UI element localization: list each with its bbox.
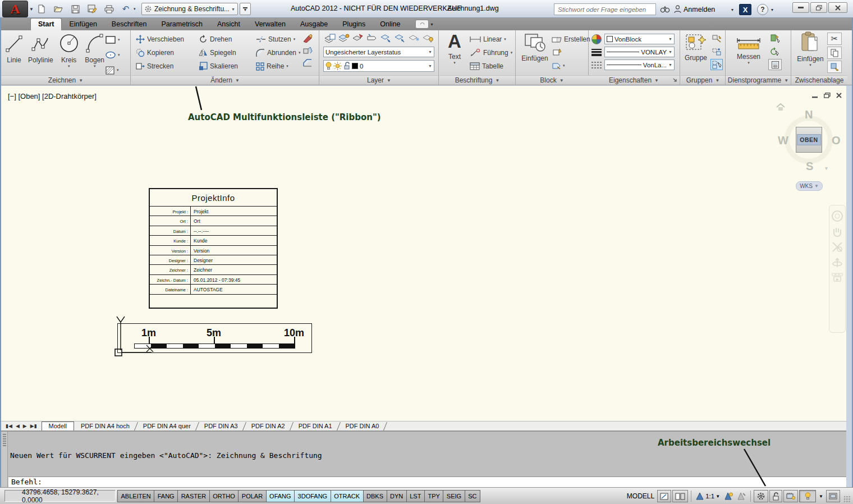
color-wheel-icon[interactable] — [591, 34, 602, 44]
toggle-raster[interactable]: RASTER — [178, 490, 210, 502]
panel-footer-zwischenablage[interactable]: Zwischenablage — [791, 75, 847, 85]
viewcube-west[interactable]: W — [778, 134, 788, 147]
toggle-ofang[interactable]: OFANG — [267, 490, 295, 502]
annotation-scale-button[interactable]: 1:1 ▼ — [694, 490, 722, 502]
ribbon-minimize-button[interactable]: ◠ — [415, 20, 429, 29]
tab-parametrisch[interactable]: Parametrisch — [154, 19, 210, 30]
command-window-grip[interactable] — [1, 432, 8, 487]
plot-button[interactable] — [102, 3, 116, 15]
layout-tab-icon-button[interactable] — [672, 490, 688, 502]
toggle-fang[interactable]: FANG — [154, 490, 178, 502]
toggle-dbks[interactable]: DBKS — [364, 490, 387, 502]
model-tab-icon-button[interactable] — [657, 490, 671, 502]
drawing-canvas[interactable]: [−] [Oben] [2D-Drahtkörper] AutoCAD Mult… — [1, 86, 846, 421]
viewport-close-icon[interactable] — [836, 93, 842, 98]
signin-caret-icon[interactable]: ▾ — [731, 7, 733, 12]
layer-dropdown[interactable]: 0 ▼ — [323, 60, 434, 72]
polyline-button[interactable]: Polylinie — [28, 33, 53, 68]
group-button[interactable]: Gruppe — [684, 33, 708, 62]
linetype-dropdown[interactable]: VonLa... ▼ — [604, 59, 675, 70]
toggle-polar[interactable]: POLAR — [239, 490, 266, 502]
save-button[interactable] — [68, 3, 82, 15]
group-selection-toggle-button[interactable] — [710, 59, 723, 70]
last-layout-button[interactable]: ▶▮ — [30, 423, 37, 429]
block-attributes-button[interactable]: ▾ — [552, 59, 590, 72]
rectangle-button[interactable]: ▾ — [106, 34, 120, 46]
help-caret-icon[interactable]: ▾ — [771, 7, 773, 12]
toggle-dyn[interactable]: DYN — [387, 490, 407, 502]
application-menu-button[interactable]: A — [2, 1, 28, 17]
layer-off-button[interactable] — [421, 33, 434, 44]
scale-button[interactable]: Skalieren — [199, 60, 238, 72]
panel-footer-beschriftung[interactable]: Beschriftung▼ — [439, 75, 515, 85]
lineweight-dropdown[interactable]: VONLAY ▼ — [604, 47, 675, 57]
explode-button[interactable] — [302, 46, 313, 55]
layout-tab-a1[interactable]: PDF DIN A1 — [292, 422, 339, 430]
fillet-button[interactable]: Abrunden▾ — [256, 47, 301, 59]
toggle-ableiten[interactable]: ABLEITEN — [117, 490, 154, 502]
copy-button[interactable]: Kopieren — [136, 47, 184, 59]
panel-footer-layer[interactable]: Layer▼ — [320, 75, 438, 85]
erase-button[interactable] — [302, 34, 313, 43]
search-button[interactable] — [658, 3, 672, 15]
home-icon[interactable] — [776, 103, 785, 111]
layout-tab-a4-quer[interactable]: PDF DIN A4 quer — [136, 422, 198, 430]
layer-state-button[interactable] — [365, 33, 378, 44]
panel-footer-aendern[interactable]: Ändern▼ — [131, 75, 319, 85]
command-window[interactable]: Neuen Wert für WSCURRENT eingeben <"Auto… — [1, 431, 846, 487]
dimension-linear-button[interactable]: Linear▾ — [470, 33, 512, 45]
layer-properties-button[interactable] — [323, 33, 336, 44]
paste-button[interactable]: Einfügen ▾ — [796, 31, 825, 67]
panel-footer-eigenschaften[interactable]: Eigenschaften▼ — [588, 75, 680, 85]
hardware-acceleration-button[interactable] — [783, 490, 798, 502]
object-color-dropdown[interactable]: VonBlock ▼ — [604, 34, 675, 44]
layout-tab-a3[interactable]: PDF DIN A3 — [198, 422, 245, 430]
arc-button[interactable]: Bogen ▾ — [85, 33, 105, 68]
wks-dropdown[interactable]: WKS ▼ — [796, 181, 823, 191]
block-create-button[interactable]: Erstellen — [552, 33, 590, 45]
panel-footer-gruppen[interactable]: Gruppen▼ — [681, 75, 725, 85]
minimize-button[interactable] — [792, 2, 809, 13]
tab-start[interactable]: Start — [30, 18, 62, 30]
tab-verwalten[interactable]: Verwalten — [247, 19, 293, 30]
lineweight-icon[interactable] — [591, 48, 602, 56]
layer-freeze-button[interactable] — [407, 33, 420, 44]
quick-select-button[interactable] — [768, 46, 782, 57]
annotation-visibility-button[interactable] — [723, 490, 735, 502]
layout-tab-modell[interactable]: Modell — [42, 421, 74, 430]
prev-layout-button[interactable]: ◀ — [16, 423, 20, 429]
command-input[interactable]: Befehl: — [8, 476, 846, 487]
ribbon-minimize-caret-icon[interactable]: ▾ — [430, 22, 433, 27]
open-button[interactable] — [52, 3, 65, 15]
exchange-apps-button[interactable]: X — [739, 4, 751, 15]
new-drawing-button[interactable] — [35, 3, 48, 15]
chamfer-button[interactable] — [302, 58, 313, 67]
navigation-bar[interactable] — [829, 205, 846, 333]
viewcube-south[interactable]: S — [806, 160, 813, 173]
resize-grip[interactable] — [843, 496, 851, 503]
status-menu-caret-icon[interactable]: ▼ — [817, 490, 825, 502]
ellipse-button[interactable]: ▾ — [106, 49, 120, 61]
viewport-minimize-icon[interactable] — [812, 93, 818, 98]
linetype-icon[interactable] — [591, 61, 602, 69]
trim-button[interactable]: Stutzen▾ — [256, 33, 301, 45]
viewport-controls[interactable]: [−] [Oben] [2D-Drahtkörper] — [8, 92, 97, 100]
text-button[interactable]: A Text ▾ — [444, 31, 465, 65]
tab-online[interactable]: Online — [373, 19, 407, 30]
model-space-button[interactable]: MODELL — [625, 490, 656, 502]
tab-einfuegen[interactable]: Einfügen — [62, 19, 104, 30]
table-button[interactable]: Tabelle — [470, 60, 512, 72]
toggle-sc[interactable]: SC — [465, 490, 480, 502]
line-button[interactable]: Linie — [4, 33, 24, 68]
array-button[interactable]: Reihe▾ — [256, 60, 301, 72]
viewcube-menu-caret-icon[interactable]: ▾ — [825, 165, 828, 171]
first-layout-button[interactable]: ▮◀ — [6, 423, 12, 429]
tab-plugins[interactable]: Plugins — [335, 19, 373, 30]
autoscale-button[interactable] — [736, 490, 747, 502]
qat-customize-button[interactable]: ▼ — [240, 3, 251, 15]
block-insert-button[interactable]: Einfügen — [520, 32, 549, 62]
hatch-button[interactable]: ▾ — [106, 64, 120, 76]
toggle-3dofang[interactable]: 3DOFANG — [295, 490, 331, 502]
layout-tab-a4-hoch[interactable]: PDF DIN A4 hoch — [74, 422, 136, 430]
restore-button[interactable] — [810, 2, 827, 13]
